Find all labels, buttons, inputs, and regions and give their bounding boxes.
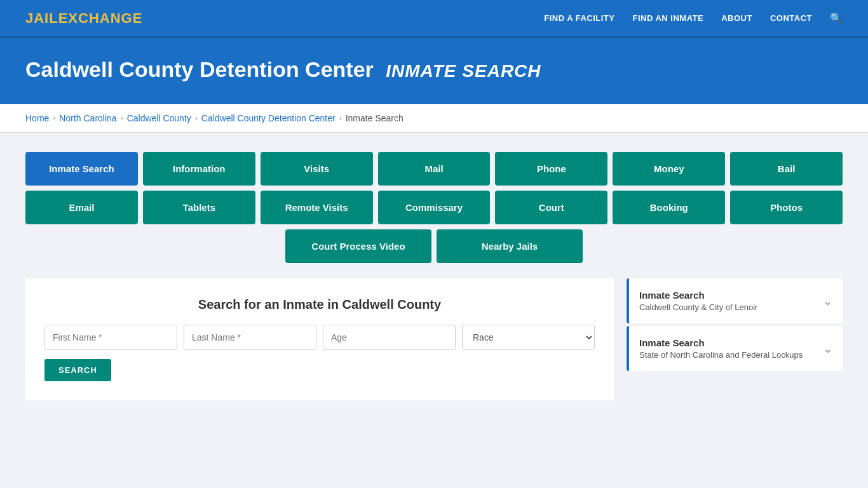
btn-information[interactable]: Information [143,152,255,186]
btn-photos[interactable]: Photos [730,191,843,224]
facility-nav-buttons: Inmate Search Information Visits Mail Ph… [25,152,843,263]
sidebar-item-1-title: Inmate Search [639,290,757,301]
logo-exchange: EXCHANGE [58,10,143,26]
last-name-input[interactable] [184,325,316,350]
breadcrumb-nc[interactable]: North Carolina [59,113,116,123]
btn-tablets[interactable]: Tablets [143,191,255,224]
btn-booking[interactable]: Booking [613,191,725,224]
sidebar-card-1: Inmate Search Caldwell County & City of … [627,278,843,323]
btn-remote-visits[interactable]: Remote Visits [261,191,373,224]
nav-contact[interactable]: CONTACT [770,13,812,23]
breadcrumb-home[interactable]: Home [25,113,49,123]
nav-about[interactable]: ABOUT [721,13,752,23]
site-header: JAILEXCHANGE FIND A FACILITY FIND AN INM… [0,0,868,38]
logo-jail: JAIL [25,10,58,26]
search-icon[interactable]: 🔍 [830,12,843,24]
main-content: Inmate Search Information Visits Mail Ph… [0,133,868,419]
btn-bail[interactable]: Bail [730,152,843,186]
breadcrumb-sep-4: › [339,114,342,123]
sidebar: Inmate Search Caldwell County & City of … [627,278,843,400]
chevron-down-icon-2: ⌄ [823,342,832,356]
page-title: Caldwell County Detention Center INMATE … [25,57,843,82]
btn-phone[interactable]: Phone [495,152,607,186]
race-select[interactable]: Race [462,325,595,350]
btn-money[interactable]: Money [613,152,725,186]
sidebar-item-1-text: Inmate Search Caldwell County & City of … [639,290,757,312]
btn-court[interactable]: Court [495,191,607,224]
first-name-input[interactable] [44,325,177,350]
content-area: Search for an Inmate in Caldwell County … [25,278,843,400]
breadcrumb-sep-1: › [53,114,55,123]
sidebar-item-2-title: Inmate Search [639,337,803,348]
search-title: Search for an Inmate in Caldwell County [44,297,595,312]
nav-row-2: Email Tablets Remote Visits Commissary C… [25,191,843,224]
breadcrumb-county[interactable]: Caldwell County [127,113,191,123]
btn-email[interactable]: Email [25,191,138,224]
btn-nearby-jails[interactable]: Nearby Jails [437,229,583,263]
btn-mail[interactable]: Mail [378,152,491,186]
breadcrumb-facility[interactable]: Caldwell County Detention Center [201,113,336,123]
btn-court-process-video[interactable]: Court Process Video [285,229,431,263]
btn-visits[interactable]: Visits [261,152,373,186]
sidebar-item-1[interactable]: Inmate Search Caldwell County & City of … [627,278,843,323]
breadcrumb: Home › North Carolina › Caldwell County … [25,113,843,123]
nav-find-inmate[interactable]: FIND AN INMATE [632,13,703,23]
breadcrumb-bar: Home › North Carolina › Caldwell County … [0,104,868,133]
btn-commissary[interactable]: Commissary [378,191,491,224]
nav-find-facility[interactable]: FIND A FACILITY [544,13,614,23]
site-logo[interactable]: JAILEXCHANGE [25,10,142,27]
sidebar-item-2-text: Inmate Search State of North Carolina an… [639,337,803,360]
nav-row-3: Court Process Video Nearby Jails [25,229,843,263]
nav-row-1: Inmate Search Information Visits Mail Ph… [25,152,843,186]
breadcrumb-current: Inmate Search [346,113,403,123]
search-fields: Race [44,325,595,350]
sidebar-item-2-sub: State of North Carolina and Federal Lock… [639,350,803,360]
sidebar-item-2[interactable]: Inmate Search State of North Carolina an… [627,326,843,371]
search-panel: Search for an Inmate in Caldwell County … [25,278,614,400]
chevron-down-icon-1: ⌄ [823,294,832,308]
main-nav: FIND A FACILITY FIND AN INMATE ABOUT CON… [544,12,843,24]
hero-section: Caldwell County Detention Center INMATE … [0,38,868,104]
search-button[interactable]: SEARCH [44,359,111,381]
btn-inmate-search[interactable]: Inmate Search [25,152,138,186]
sidebar-item-1-sub: Caldwell County & City of Lenoir [639,302,757,312]
breadcrumb-sep-2: › [121,114,123,123]
breadcrumb-sep-3: › [195,114,198,123]
age-input[interactable] [323,325,456,350]
sidebar-card-2: Inmate Search State of North Carolina an… [627,326,843,371]
